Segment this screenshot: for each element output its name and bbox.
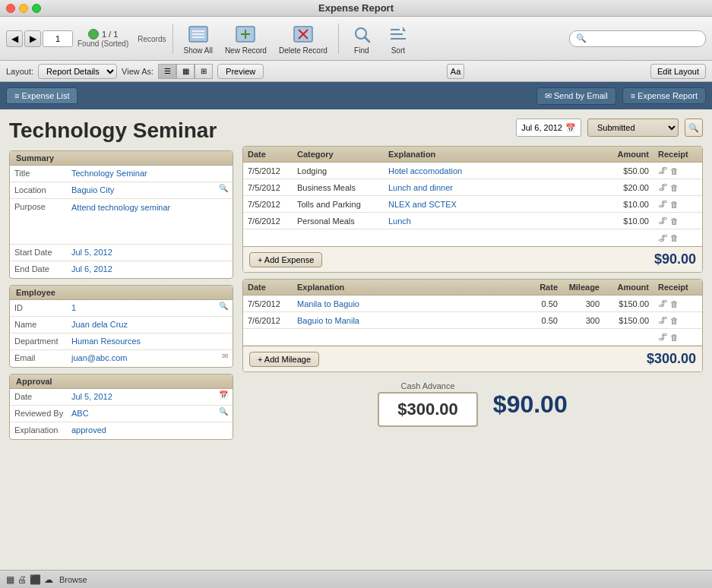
search-input[interactable] bbox=[590, 34, 699, 43]
paperclip-icon-4[interactable]: 🖇 bbox=[658, 215, 668, 226]
new-record-button[interactable]: New Record bbox=[220, 21, 271, 56]
summary-enddate-value[interactable]: Jul 6, 2012 bbox=[71, 263, 228, 273]
employee-id-search-icon[interactable]: 🔍 bbox=[219, 302, 228, 310]
trash-icon-4[interactable]: 🗑 bbox=[670, 217, 679, 226]
summary-startdate-value[interactable]: Jul 5, 2012 bbox=[71, 246, 228, 257]
show-all-button[interactable]: Show All bbox=[179, 21, 217, 56]
status-icons: ▦ 🖨 ⬛ ☁ bbox=[6, 574, 53, 585]
add-expense-button[interactable]: + Add Expense bbox=[249, 252, 322, 267]
status-icon-2[interactable]: 🖨 bbox=[17, 574, 27, 585]
mileage-paperclip-empty[interactable]: 🖇 bbox=[658, 331, 668, 343]
preview-button[interactable]: Preview bbox=[217, 64, 264, 79]
report-date-value: Jul 6, 2012 bbox=[521, 123, 562, 132]
approval-explanation-row: Explanation approved bbox=[10, 422, 233, 439]
edit-layout-button[interactable]: Edit Layout bbox=[650, 64, 706, 79]
status-icon-4[interactable]: ☁ bbox=[44, 574, 53, 585]
trash-icon-2[interactable]: 🗑 bbox=[670, 183, 679, 192]
find-button[interactable]: Find bbox=[345, 21, 378, 56]
mileage-total: $300.00 bbox=[647, 351, 696, 367]
show-all-icon bbox=[186, 22, 210, 46]
mileage-paperclip-2[interactable]: 🖇 bbox=[658, 315, 668, 326]
new-record-icon bbox=[233, 22, 258, 46]
back-button[interactable]: ◀ bbox=[6, 30, 23, 47]
employee-name-value[interactable]: Juan dela Cruz bbox=[71, 318, 228, 329]
trash-icon-empty[interactable]: 🗑 bbox=[670, 233, 679, 242]
mileage-col-explanation: Explanation bbox=[293, 282, 528, 292]
expense-empty-row: 🖇 🗑 bbox=[243, 229, 702, 246]
summary-section: Summary Title Technology Seminar Locatio… bbox=[9, 150, 233, 279]
delete-record-button[interactable]: Delete Record bbox=[274, 21, 332, 56]
expense-report-label: ≡ Expense Report bbox=[631, 91, 698, 100]
summary-location-value[interactable]: Baguio City bbox=[71, 184, 216, 194]
search-icon: 🔍 bbox=[576, 33, 587, 43]
forward-button[interactable]: ▶ bbox=[24, 30, 41, 47]
approval-date-value[interactable]: Jul 5, 2012 bbox=[71, 390, 216, 401]
show-all-label: Show All bbox=[184, 46, 213, 55]
cash-advance-label: Cash Advance bbox=[401, 381, 455, 390]
approval-section: Approval Date Jul 5, 2012 📅 Reviewed By … bbox=[9, 374, 233, 440]
employee-id-value[interactable]: 1 bbox=[71, 302, 216, 312]
close-button[interactable] bbox=[6, 4, 15, 13]
status-icon-3[interactable]: ⬛ bbox=[30, 574, 41, 585]
employee-dept-row: Department Human Resources bbox=[10, 334, 233, 350]
summary-enddate-row: End Date Jul 6, 2012 bbox=[10, 261, 233, 278]
mileage-trash-1[interactable]: 🗑 bbox=[670, 299, 679, 308]
mileage-trash-empty[interactable]: 🗑 bbox=[670, 333, 679, 342]
cash-advance-value: $300.00 bbox=[397, 400, 458, 419]
email-icon[interactable]: ✉ bbox=[222, 352, 228, 360]
approval-date-calendar-icon[interactable]: 📅 bbox=[219, 390, 228, 399]
layout-select[interactable]: Report Details bbox=[38, 64, 117, 79]
layout-bar: Layout: Report Details View As: ☰ ▦ ⊞ Pr… bbox=[0, 61, 712, 82]
summary-title-value[interactable]: Technology Seminar bbox=[71, 167, 228, 178]
tab-actions: ✉ Send by Email ≡ Expense Report bbox=[536, 87, 706, 105]
expense-total: $90.00 bbox=[654, 251, 696, 267]
record-input[interactable] bbox=[43, 30, 73, 47]
location-search-icon[interactable]: 🔍 bbox=[219, 184, 228, 192]
mileage-trash-2[interactable]: 🗑 bbox=[670, 316, 679, 325]
paperclip-icon-3[interactable]: 🖇 bbox=[658, 198, 668, 210]
mileage-paperclip-1[interactable]: 🖇 bbox=[658, 298, 668, 309]
view-table-button[interactable]: ⊞ bbox=[195, 64, 213, 79]
employee-email-value[interactable]: juan@abc.com bbox=[71, 352, 219, 362]
add-expense-row: + Add Expense $90.00 bbox=[243, 246, 702, 272]
status-select[interactable]: Submitted Draft Approved bbox=[587, 119, 679, 137]
record-status-indicator bbox=[88, 29, 99, 40]
divider-2 bbox=[338, 24, 339, 54]
tab-expense-list[interactable]: ≡ Expense List bbox=[6, 87, 78, 104]
minimize-button[interactable] bbox=[19, 4, 28, 13]
expense-col-date: Date bbox=[243, 149, 293, 160]
aa-button[interactable]: Aa bbox=[447, 64, 464, 79]
paperclip-icon-1[interactable]: 🖇 bbox=[658, 165, 668, 176]
employee-id-row: ID 1 🔍 bbox=[10, 300, 233, 317]
summary-title-label: Title bbox=[14, 167, 71, 178]
approval-header: Approval bbox=[10, 375, 233, 389]
sort-button[interactable]: Sort bbox=[381, 21, 415, 56]
trash-icon-3[interactable]: 🗑 bbox=[670, 200, 679, 209]
record-sorted: Found (Sorted) bbox=[78, 40, 128, 48]
trash-icon-1[interactable]: 🗑 bbox=[670, 166, 679, 175]
employee-name-row: Name Juan dela Cruz bbox=[10, 317, 233, 334]
expense-table-body: 7/5/2012 Lodging Hotel accomodation $50.… bbox=[243, 163, 702, 246]
expense-row-4: 7/6/2012 Personal Meals Lunch $10.00 🖇 🗑 bbox=[243, 213, 702, 229]
mileage-table-header: Date Explanation Rate Mileage Amount Rec… bbox=[243, 280, 702, 296]
add-mileage-button[interactable]: + Add Mileage bbox=[249, 352, 319, 367]
status-bar: ▦ 🖨 ⬛ ☁ Browse bbox=[0, 570, 712, 588]
employee-dept-value[interactable]: Human Resources bbox=[71, 335, 228, 346]
status-search-button[interactable]: 🔍 bbox=[685, 119, 703, 137]
maximize-button[interactable] bbox=[32, 4, 41, 13]
expense-report-button[interactable]: ≡ Expense Report bbox=[622, 87, 706, 104]
summary-enddate-label: End Date bbox=[14, 263, 71, 273]
paperclip-icon-2[interactable]: 🖇 bbox=[658, 182, 668, 193]
paperclip-icon-empty[interactable]: 🖇 bbox=[658, 232, 668, 244]
approval-reviewed-search-icon[interactable]: 🔍 bbox=[219, 407, 228, 416]
cash-advance-box: $300.00 bbox=[378, 392, 478, 427]
approval-explanation-value[interactable]: approved bbox=[71, 424, 228, 435]
summary-purpose-value[interactable]: Attend technology seminar bbox=[71, 201, 170, 213]
view-list-button[interactable]: ▦ bbox=[176, 64, 195, 79]
status-icon-1[interactable]: ▦ bbox=[6, 574, 14, 585]
mileage-row-2: 7/6/2012 Baguio to Manila 0.50 300 $150.… bbox=[243, 312, 702, 329]
view-form-button[interactable]: ☰ bbox=[158, 64, 176, 79]
send-by-email-button[interactable]: ✉ Send by Email bbox=[536, 87, 616, 105]
approval-reviewed-value[interactable]: ABC bbox=[71, 407, 216, 418]
report-date-input[interactable]: Jul 6, 2012 📅 bbox=[516, 119, 581, 137]
